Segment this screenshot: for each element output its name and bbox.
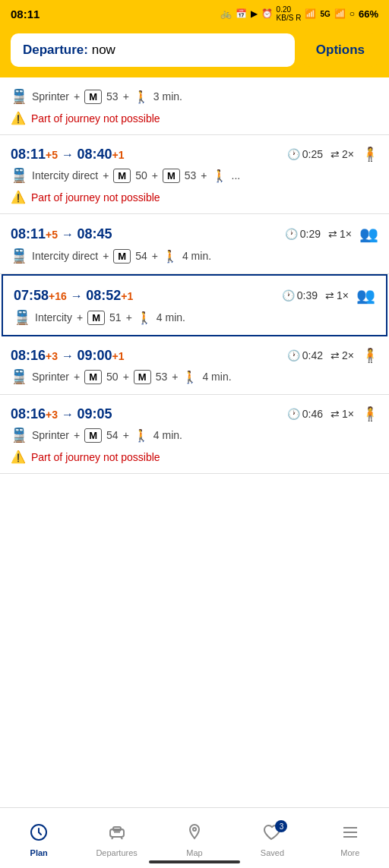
transfers-val-j2: 1×	[340, 228, 352, 240]
train-type-j2: Intercity direct	[32, 250, 98, 262]
depart-delay-j1: +5	[46, 149, 58, 161]
crowd-icon-j1: 🧍	[362, 146, 378, 163]
departures-icon	[108, 823, 126, 846]
arrive-delay-j3: +1	[121, 290, 133, 302]
train-icon-j3: 🚆	[14, 309, 30, 326]
nav-item-map[interactable]: Map	[156, 819, 233, 857]
journey-item-j5[interactable]: 08:16+3 → 09:05 🕐 0:46 ⇄ 1× 🧍 🚆 Sprinter…	[0, 395, 389, 474]
signal-icon: 📶	[305, 8, 316, 19]
walk-j5: 4 min.	[153, 429, 182, 441]
journey-times-j4: 08:16+3 → 09:00+1	[11, 348, 125, 364]
arrive-delay-j1: +1	[112, 149, 125, 161]
calendar-icon: 📅	[236, 8, 247, 19]
clock-icon-j1: 🕐	[287, 148, 300, 160]
journey-item-j2[interactable]: 08:11+5 → 08:45 🕐 0:29 ⇄ 1× 👥 🚆 Intercit…	[0, 214, 389, 274]
journey-meta-j5: 🕐 0:46 ⇄ 1× 🧍	[287, 406, 378, 422]
more-icon	[341, 823, 359, 846]
metro-badge-2-j4: M	[134, 370, 151, 384]
transfers-val-j1: 2×	[342, 148, 354, 160]
warning-j1: ⚠️ Part of journey not possible	[11, 190, 378, 204]
metro-badge-1-j5: M	[84, 428, 102, 443]
metro1-val-j1: 50	[135, 169, 147, 181]
bottom-nav: Plan Departures Map 3	[0, 807, 389, 868]
train-icon-j1: 🚆	[11, 167, 27, 184]
duration-j1: 🕐 0:25	[287, 148, 323, 160]
route-j2: 🚆 Intercity direct + M 54 + 🚶 4 min.	[11, 248, 378, 264]
train-icon: 🚆	[11, 88, 27, 105]
transfer-icon-j1: ⇄	[330, 148, 340, 160]
depart-delay-j2: +5	[46, 229, 58, 241]
svg-point-6	[193, 828, 196, 831]
partial-metro-num: 53	[106, 90, 119, 103]
partial-metro-badge: M	[84, 90, 102, 104]
plan-icon	[30, 823, 48, 846]
metro1-val-j3: 51	[109, 311, 122, 324]
journey-meta-j3: 🕐 0:39 ⇄ 1× 👥	[282, 286, 375, 305]
route-j3: 🚆 Intercity + M 51 + 🚶 4 min.	[14, 309, 375, 326]
saved-icon-wrapper: 3	[263, 823, 281, 846]
partial-warning-text: Part of journey not possible	[31, 112, 160, 125]
walk-icon-j4: 🚶	[182, 370, 198, 384]
nav-item-departures[interactable]: Departures	[77, 819, 155, 857]
partial-walk-icon: 🚶	[134, 90, 149, 104]
journey-item-j1[interactable]: 08:11+5 → 08:40+1 🕐 0:25 ⇄ 2× 🧍 🚆 Interc…	[0, 135, 389, 214]
warning-text-j5: Part of journey not possible	[31, 451, 160, 463]
nav-item-saved[interactable]: 3 Saved	[233, 819, 311, 857]
partial-journey-item[interactable]: 🚆 Sprinter + M 53 + 🚶 3 min. ⚠️ Part of …	[0, 77, 389, 135]
clock-icon-j3: 🕐	[282, 289, 295, 301]
nav-label-more: More	[340, 848, 359, 857]
partial-warning-icon: ⚠️	[11, 111, 26, 125]
crowd-icon-j3: 👥	[356, 286, 375, 305]
transfer-icon-j2: ⇄	[328, 228, 337, 240]
depart-delay-j3: +16	[49, 290, 67, 302]
journey-top-j2: 08:11+5 → 08:45 🕐 0:29 ⇄ 1× 👥	[11, 225, 378, 243]
partial-walk-label: 3 min.	[153, 90, 182, 103]
journey-times-j3: 07:58+16 → 08:52+1	[14, 288, 133, 304]
warning-icon-j5: ⚠️	[11, 450, 26, 464]
data-speed: 0.20KB/S R	[277, 5, 302, 22]
depart-time-j3: 07:58	[14, 288, 49, 303]
duration-val-j4: 0:42	[302, 349, 323, 361]
nav-item-more[interactable]: More	[312, 819, 389, 857]
arrive-time-j4: 09:00	[77, 348, 112, 363]
train-type-j5: Sprinter	[32, 429, 69, 441]
departure-label: Departure:	[23, 43, 88, 57]
duration-val-j3: 0:39	[297, 289, 318, 301]
walk-j2: 4 min.	[182, 250, 211, 262]
route-j5: 🚆 Sprinter + M 54 + 🚶 4 min.	[11, 427, 378, 443]
transfers-j5: ⇄ 1×	[330, 408, 354, 420]
route-j4: 🚆 Sprinter + M 50 + M 53 + 🚶 4 min.	[11, 368, 378, 385]
battery-percent: 66%	[359, 8, 378, 20]
journey-top-j5: 08:16+3 → 09:05 🕐 0:46 ⇄ 1× 🧍	[11, 406, 378, 422]
duration-j2: 🕐 0:29	[285, 228, 321, 240]
options-button[interactable]: Options	[302, 33, 378, 67]
crowd-icon-j2: 👥	[359, 225, 378, 243]
metro1-val-j4: 50	[106, 371, 119, 383]
map-icon	[185, 823, 204, 846]
journey-item-j3[interactable]: 07:58+16 → 08:52+1 🕐 0:39 ⇄ 1× 👥 🚆 Inter…	[2, 274, 387, 336]
transfers-j1: ⇄ 2×	[330, 148, 354, 160]
metro1-val-j2: 54	[135, 250, 147, 262]
transfers-j3: ⇄ 1×	[325, 289, 349, 301]
walk-j1: ...	[232, 169, 241, 181]
walk-j3: 4 min.	[157, 311, 185, 324]
metro2-val-j4: 53	[156, 371, 168, 383]
nav-item-plan[interactable]: Plan	[0, 819, 77, 857]
metro-badge-1-j3: M	[87, 311, 105, 325]
transfer-icon-j4: ⇄	[330, 349, 340, 361]
home-indicator	[149, 860, 240, 863]
journey-top-j3: 07:58+16 → 08:52+1 🕐 0:39 ⇄ 1× 👥	[14, 286, 375, 305]
arrive-time-j2: 08:45	[77, 226, 112, 241]
nav-label-saved: Saved	[261, 848, 284, 857]
journey-times-j5: 08:16+3 → 09:05	[11, 406, 112, 422]
partial-route: 🚆 Sprinter + M 53 + 🚶 3 min.	[11, 88, 378, 105]
departure-box[interactable]: Departure: now	[11, 33, 295, 67]
depart-delay-j5: +3	[46, 409, 58, 421]
nav-label-map: Map	[186, 848, 202, 857]
train-icon-j5: 🚆	[11, 427, 27, 443]
transfers-j4: ⇄ 2×	[330, 349, 354, 361]
transfer-icon-j3: ⇄	[325, 289, 334, 301]
duration-val-j2: 0:29	[300, 228, 321, 240]
journey-item-j4[interactable]: 08:16+3 → 09:00+1 🕐 0:42 ⇄ 2× 🧍 🚆 Sprint…	[0, 336, 389, 395]
nav-label-plan: Plan	[30, 848, 48, 857]
